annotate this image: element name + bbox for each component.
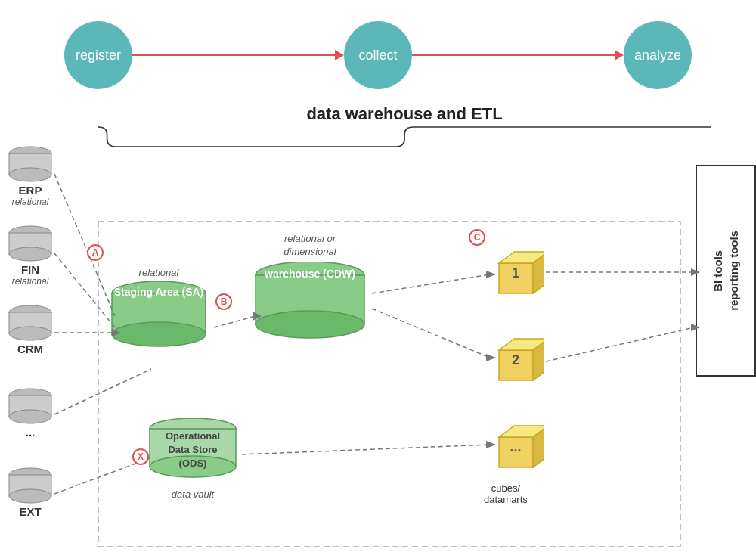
flow-arrow-2 bbox=[412, 50, 624, 60]
cube-1-label: 1 bbox=[497, 265, 534, 281]
crm-label: CRM bbox=[6, 343, 54, 355]
brace bbox=[98, 126, 711, 148]
top-flow: register collect analyze bbox=[0, 0, 756, 104]
analyze-node: analyze bbox=[624, 21, 692, 89]
erp-source: ERP relational bbox=[6, 146, 54, 207]
misc-source: ... bbox=[6, 388, 54, 439]
cdw-label: Central Datawarehouse (CDW) bbox=[249, 252, 370, 281]
svg-point-8 bbox=[9, 327, 51, 340]
cubes-label: cubes/ datamarts bbox=[484, 482, 528, 505]
svg-line-37 bbox=[54, 369, 151, 414]
analyze-label: analyze bbox=[634, 48, 681, 64]
staging-label: Staging Area (SA) bbox=[106, 286, 212, 298]
fin-label: FIN bbox=[6, 263, 54, 276]
cdw: relational or dimensional Central Datawa… bbox=[249, 233, 370, 344]
svg-point-5 bbox=[9, 247, 51, 261]
cube-misc-label: ... bbox=[497, 439, 534, 455]
ods: OperationalData Store(ODS) data vault bbox=[144, 418, 242, 500]
svg-point-20 bbox=[256, 311, 364, 338]
register-node: register bbox=[64, 21, 132, 89]
erp-sublabel: relational bbox=[6, 197, 54, 207]
fin-sublabel: relational bbox=[6, 276, 54, 287]
fin-source: FIN relational bbox=[6, 225, 54, 287]
diagram-title: data warehouse and ETL bbox=[98, 104, 711, 127]
ext-label: EXT bbox=[6, 505, 54, 518]
cube-misc: ... bbox=[491, 418, 544, 474]
bi-tools-box: BI tools reporting tools bbox=[696, 165, 756, 377]
svg-line-43 bbox=[372, 309, 490, 358]
register-label: register bbox=[76, 48, 121, 64]
ods-label: OperationalData Store(ODS) bbox=[144, 430, 242, 471]
collect-node: collect bbox=[344, 21, 412, 89]
svg-point-17 bbox=[112, 322, 206, 346]
bi-tools-label: BI tools reporting tools bbox=[710, 231, 742, 311]
svg-line-41 bbox=[372, 274, 490, 293]
staging-area: relational Staging Area (SA) bbox=[106, 267, 212, 352]
staging-italic: relational bbox=[106, 267, 212, 278]
misc-label: ... bbox=[6, 426, 54, 439]
ods-italic: data vault bbox=[144, 488, 242, 500]
svg-line-45 bbox=[242, 445, 490, 454]
cube-2-label: 2 bbox=[497, 352, 534, 368]
arrow-line bbox=[132, 54, 335, 56]
collect-label: collect bbox=[358, 48, 397, 64]
badge-a: A bbox=[87, 244, 104, 261]
arrow-head-2 bbox=[615, 50, 624, 60]
svg-line-49 bbox=[546, 327, 694, 361]
cube-2: 2 bbox=[491, 331, 544, 387]
svg-point-2 bbox=[9, 168, 51, 181]
arrow-line-2 bbox=[412, 54, 615, 56]
flow-arrow-1 bbox=[132, 50, 344, 60]
arrow-head bbox=[335, 50, 344, 60]
badge-x: X bbox=[132, 448, 149, 465]
badge-b: B bbox=[215, 293, 232, 310]
crm-source: CRM bbox=[6, 305, 54, 355]
cube-1: 1 bbox=[491, 244, 544, 300]
svg-point-14 bbox=[9, 489, 51, 503]
erp-label: ERP bbox=[6, 184, 54, 197]
ext-source: EXT bbox=[6, 467, 54, 518]
main-diagram: data warehouse and ETL ERP relational FI… bbox=[0, 104, 756, 552]
svg-point-11 bbox=[9, 410, 51, 423]
badge-c: C bbox=[469, 229, 485, 246]
